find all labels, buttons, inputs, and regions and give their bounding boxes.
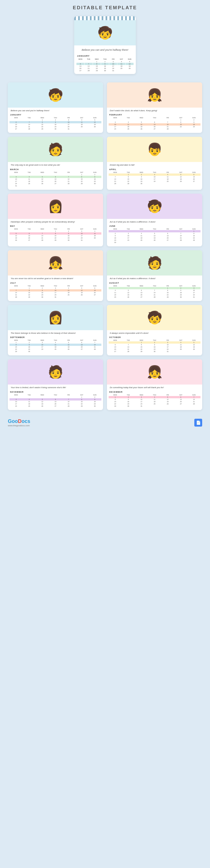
september-quote: The future belongs to those who believe … <box>8 330 103 336</box>
october-label: OCTOBER <box>107 336 202 339</box>
may-label: MAY <box>8 224 103 227</box>
november-image: 🧑 <box>8 359 103 384</box>
february-label: FEBRUARY <box>107 113 202 116</box>
month-card-november: 🧑 Your time is limited, don't waste it l… <box>8 359 103 410</box>
june-label: JUNE <box>107 224 202 227</box>
august-quote: Act as if what you do makes a difference… <box>107 276 202 281</box>
august-label: AUGUST <box>107 281 202 284</box>
december-image: 👧 <box>107 359 202 384</box>
month-card-december: 👧 Do something today that your future se… <box>107 359 202 410</box>
august-calendar: MONTUEWEDTHUFRISATSUN 123 45678910 11121… <box>107 284 202 299</box>
footer: GooDocs www.thegoodocs.com 📄 <box>0 416 210 431</box>
month-card-october: 🧒 It always seems impossible until it's … <box>107 305 202 356</box>
may-image: 👩 <box>8 194 103 219</box>
march-calendar: MONTUEWEDTHUFRISATSUN 12 3456789 1011121… <box>8 171 103 188</box>
december-label: DECEMBER <box>107 391 202 394</box>
june-quote: Act as if what you do makes a difference… <box>107 219 202 225</box>
hero-mini-calendar: MON TUE WED THU FRI SAT SUN 12345 678910… <box>74 58 136 74</box>
footer-logo: GooDocs <box>8 418 30 424</box>
february-image: 👧 <box>107 83 202 107</box>
april-label: APRIL <box>107 168 202 171</box>
hero-cal-row-1: 6789101112 <box>76 63 134 65</box>
hero-section: 🧒 Believe you can and you're halfway the… <box>0 13 210 80</box>
june-calendar: MONTUEWEDTHUFRISATSUN 1 2345678 91011121… <box>107 227 202 245</box>
hero-month-label: JANUARY <box>74 54 136 58</box>
hero-cal-row-2: 13141516171819 <box>76 65 134 67</box>
footer-left: GooDocs www.thegoodocs.com <box>8 418 30 427</box>
july-quote: You are never too old to set another goa… <box>8 276 103 281</box>
hero-image-area: 🧒 <box>74 20 136 45</box>
month-card-september: 👩 The future belongs to those who believ… <box>8 305 103 356</box>
month-card-may: 👩 Hardships often prepare ordinary peopl… <box>8 194 103 247</box>
march-image: 🧑 <box>8 137 103 162</box>
september-image: 👩 <box>8 305 103 330</box>
april-calendar: MONTUEWEDTHUFRISATSUN 123456 78910111213… <box>107 171 202 186</box>
december-quote: Do something today that your future self… <box>107 384 202 391</box>
october-image: 🧒 <box>107 305 202 330</box>
march-quote: The only way to do great work is to love… <box>8 162 103 168</box>
july-label: JULY <box>8 281 103 284</box>
february-quote: Don't watch the clock; do what it does. … <box>107 107 202 114</box>
january-image: 🧒 <box>8 83 103 107</box>
spiral-decoration <box>74 16 136 20</box>
month-card-january: 🧒 Believe you can and you're halfway the… <box>8 83 103 133</box>
july-image: 👧 <box>8 250 103 276</box>
month-card-june: 🧒 Act as if what you do makes a differen… <box>107 194 202 247</box>
hero-cal-header: MON TUE WED THU FRI SAT SUN <box>76 58 134 60</box>
january-quote: Believe you can and you're halfway there… <box>8 107 103 114</box>
month-card-august: 🧑 Act as if what you do makes a differen… <box>107 250 202 301</box>
month-card-february: 👧 Don't watch the clock; do what it does… <box>107 83 202 133</box>
august-image: 🧑 <box>107 250 202 276</box>
april-image: 👦 <box>107 137 202 162</box>
hero-calendar: 🧒 Believe you can and you're halfway the… <box>74 16 136 74</box>
december-calendar: MONTUEWEDTHUFRISATSUN 1234567 8910111213… <box>107 394 202 408</box>
hero-quote: Believe you can and you're halfway there… <box>74 45 136 54</box>
hero-cal-row-3: 20212223242526 <box>76 67 134 69</box>
june-image: 🧒 <box>107 194 202 219</box>
september-label: SEPTEMBER <box>8 336 103 339</box>
month-card-april: 👦 Dream big and dare to fail! APRIL MONT… <box>107 137 202 190</box>
month-card-july: 👧 You are never too old to set another g… <box>8 250 103 301</box>
months-grid: 🧒 Believe you can and you're halfway the… <box>0 80 210 416</box>
april-quote: Dream big and dare to fail! <box>107 162 202 168</box>
february-calendar: MONTUEWEDTHUFRISATSUN 12 3456789 1011121… <box>107 116 202 131</box>
november-quote: Your time is limited, don't waste it liv… <box>8 384 103 391</box>
september-calendar: MONTUEWEDTHUFRISATSUN 1234567 8910111213… <box>8 339 103 354</box>
hero-cal-row-4: 2728293031 <box>76 69 134 72</box>
hero-character: 🧒 <box>98 26 113 40</box>
month-card-march: 🧑 The only way to do great work is to lo… <box>8 137 103 190</box>
march-label: MARCH <box>8 168 103 171</box>
october-quote: It always seems impossible until it's do… <box>107 330 202 336</box>
november-calendar: MONTUEWEDTHUFRISATSUN 12 3456789 1011121… <box>8 394 103 408</box>
docs-icon: 📄 <box>194 419 202 427</box>
hero-cal-row-0: 12345 <box>76 61 134 63</box>
page-title: EDITABLE TEMPLATE <box>0 0 210 13</box>
july-calendar: MONTUEWEDTHUFRISATSUN 123456 78910111213… <box>8 284 103 299</box>
january-label: JANUARY <box>8 113 103 116</box>
january-calendar: MONTUEWEDTHUFRISATSUN 12345 6789101112 1… <box>8 116 103 131</box>
footer-subtitle: www.thegoodocs.com <box>8 424 30 427</box>
may-calendar: MONTUEWEDTHUFRISATSUN 1234 567891011 121… <box>8 227 103 242</box>
october-calendar: MONTUEWEDTHUFRISATSUN 12345 6789101112 1… <box>107 339 202 354</box>
may-quote: Hardships often prepare ordinary people … <box>8 219 103 225</box>
november-label: NOVEMBER <box>8 391 103 394</box>
